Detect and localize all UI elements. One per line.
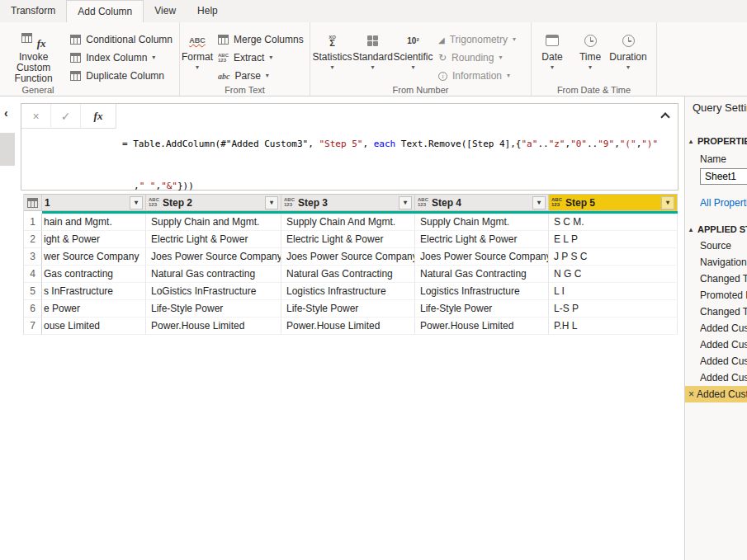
- extract-button[interactable]: ABC123 Extract ▾: [213, 49, 309, 67]
- column-header-step-2[interactable]: ABC123Step 2▾: [146, 194, 281, 211]
- cell[interactable]: Life-Style Power: [146, 300, 281, 318]
- cell[interactable]: Power.House Limited: [146, 318, 281, 335]
- row-number[interactable]: 1: [24, 214, 42, 231]
- cell[interactable]: e Power: [42, 300, 146, 318]
- cell[interactable]: Natural Gas Contracting: [415, 266, 549, 283]
- standard-button[interactable]: Standard ▾: [352, 24, 393, 85]
- information-button[interactable]: i Information ▾: [433, 67, 521, 85]
- cell[interactable]: wer Source Company: [42, 248, 146, 266]
- cell[interactable]: E L P: [549, 231, 678, 248]
- row-number[interactable]: 6: [24, 300, 42, 318]
- row-number[interactable]: 3: [24, 248, 42, 266]
- index-column-button[interactable]: Index Column ▾: [65, 49, 177, 67]
- cell[interactable]: Gas contracting: [42, 266, 146, 283]
- cell[interactable]: S C M.: [549, 214, 678, 231]
- column-header-step-4[interactable]: ABC123Step 4▾: [415, 194, 549, 211]
- cell[interactable]: Natural Gas contracting: [146, 266, 281, 283]
- formula-check-button[interactable]: ✓: [51, 104, 81, 129]
- cell[interactable]: Electric Light & Power: [281, 231, 415, 248]
- cell[interactable]: Joes Power Source Company: [146, 248, 281, 266]
- cell[interactable]: LoGistics InFrastructure: [146, 283, 281, 300]
- conditional-column-button[interactable]: Conditional Column: [65, 31, 177, 49]
- applied-step-item[interactable]: Promoted Headers: [685, 287, 747, 304]
- cell[interactable]: Electric Light & Power: [415, 231, 549, 248]
- formula-token: = Table.AddColumn(: [122, 139, 220, 149]
- applied-steps-section-header[interactable]: ▴ APPLIED STEPS: [689, 224, 747, 234]
- filter-dropdown-button[interactable]: ▾: [130, 196, 143, 209]
- cell[interactable]: ouse Limited: [42, 318, 146, 335]
- cell[interactable]: Supply Chain Mgmt.: [415, 214, 549, 231]
- tab-transform[interactable]: Transform: [0, 0, 66, 22]
- tab-help[interactable]: Help: [187, 0, 229, 22]
- properties-section-header[interactable]: ▴ PROPERTIES: [689, 136, 747, 146]
- statistics-button[interactable]: XO Σ Statistics ▾: [312, 24, 352, 85]
- merge-columns-button[interactable]: Merge Columns: [213, 31, 309, 49]
- tab-add-column[interactable]: Add Column: [66, 0, 144, 22]
- cell[interactable]: Life-Style Power: [415, 300, 549, 318]
- cell[interactable]: N G C: [549, 266, 678, 283]
- applied-step-item[interactable]: Added Custom1: [685, 336, 747, 353]
- queries-collapsed-strip[interactable]: [0, 133, 15, 166]
- applied-step-label: Source: [700, 240, 731, 252]
- applied-step-item[interactable]: ×Added Custom4: [685, 386, 747, 402]
- applied-step-label: Added Custom3: [700, 372, 747, 384]
- ribbon-tab-bar: Transform Add Column View Help: [0, 0, 747, 22]
- cell[interactable]: Supply Chain And Mgmt.: [281, 214, 415, 231]
- cell[interactable]: Power.House Limited: [415, 318, 549, 335]
- cell[interactable]: Electric Light & Power: [146, 231, 281, 248]
- duplicate-column-button[interactable]: Duplicate Column: [65, 67, 177, 85]
- cell[interactable]: L-S P: [549, 300, 678, 318]
- query-name-input[interactable]: [700, 168, 747, 185]
- row-number[interactable]: 4: [24, 266, 42, 283]
- filter-dropdown-button[interactable]: ▾: [532, 196, 546, 209]
- row-number[interactable]: 2: [24, 231, 42, 248]
- cell[interactable]: J P S C: [549, 248, 678, 266]
- table-corner-button[interactable]: [24, 194, 42, 211]
- column-header-1[interactable]: 1▾: [42, 194, 146, 211]
- formula-cancel-button[interactable]: ×: [21, 104, 51, 129]
- cell[interactable]: Power.House Limited: [281, 318, 415, 335]
- date-button[interactable]: Date ▾: [533, 24, 571, 85]
- row-number[interactable]: 5: [24, 283, 42, 300]
- parse-button[interactable]: abc Parse ▾: [213, 67, 309, 85]
- applied-step-item[interactable]: Changed Type1: [685, 304, 747, 320]
- applied-step-item[interactable]: Changed Type: [685, 271, 747, 287]
- tab-view[interactable]: View: [144, 0, 187, 22]
- cell[interactable]: Joes Power Source Company: [281, 248, 415, 266]
- trigonometry-button[interactable]: ◢ Trigonometry ▾: [433, 31, 521, 49]
- filter-dropdown-button[interactable]: ▾: [399, 196, 412, 209]
- cell[interactable]: L I: [549, 283, 678, 300]
- dropdown-caret-icon: ▾: [626, 64, 630, 71]
- collapse-queries-button[interactable]: ‹: [4, 106, 8, 120]
- applied-step-item[interactable]: Added Custom: [685, 320, 747, 336]
- all-properties-link[interactable]: All Properties: [700, 197, 747, 209]
- format-button[interactable]: ABC Format ▾: [182, 24, 213, 85]
- cell[interactable]: ight & Power: [42, 231, 146, 248]
- duration-button[interactable]: Duration ▾: [609, 24, 647, 85]
- cell[interactable]: Logistics Infrastructure: [415, 283, 549, 300]
- scientific-button[interactable]: 10² Scientific ▾: [393, 24, 433, 85]
- row-number[interactable]: 7: [24, 318, 42, 335]
- cell[interactable]: Logistics Infrastructure: [281, 283, 415, 300]
- cell[interactable]: Life-Style Power: [281, 300, 415, 318]
- applied-step-item[interactable]: Added Custom2: [685, 353, 747, 369]
- cell[interactable]: Natural Gas Contracting: [281, 266, 415, 283]
- cell[interactable]: Supply Chain and Mgmt.: [146, 214, 281, 231]
- applied-step-item[interactable]: Added Custom3: [685, 369, 747, 386]
- applied-step-item[interactable]: Navigation: [685, 254, 747, 271]
- filter-dropdown-button[interactable]: ▾: [265, 196, 278, 209]
- delete-step-icon[interactable]: ×: [688, 389, 694, 399]
- time-button[interactable]: Time ▾: [571, 24, 609, 85]
- applied-step-item[interactable]: Source: [685, 238, 747, 254]
- cell[interactable]: s InFrastructure: [42, 283, 146, 300]
- ribbon-group-from-number: XO Σ Statistics ▾ Standard ▾ 10² Scienti…: [310, 22, 532, 96]
- cell[interactable]: hain and Mgmt.: [42, 214, 146, 231]
- column-header-step-3[interactable]: ABC123Step 3▾: [281, 194, 415, 211]
- invoke-custom-function-button[interactable]: fx Invoke Custom Function: [2, 24, 65, 85]
- column-header-step-5[interactable]: ABC123Step 5▾: [549, 194, 678, 211]
- rounding-button[interactable]: ↻ Rounding ▾: [433, 49, 521, 67]
- filter-dropdown-button[interactable]: ▾: [661, 196, 674, 209]
- formula-fx-button[interactable]: fx: [81, 104, 116, 129]
- cell[interactable]: P.H L: [549, 318, 678, 335]
- cell[interactable]: Joes Power Source Company: [415, 248, 549, 266]
